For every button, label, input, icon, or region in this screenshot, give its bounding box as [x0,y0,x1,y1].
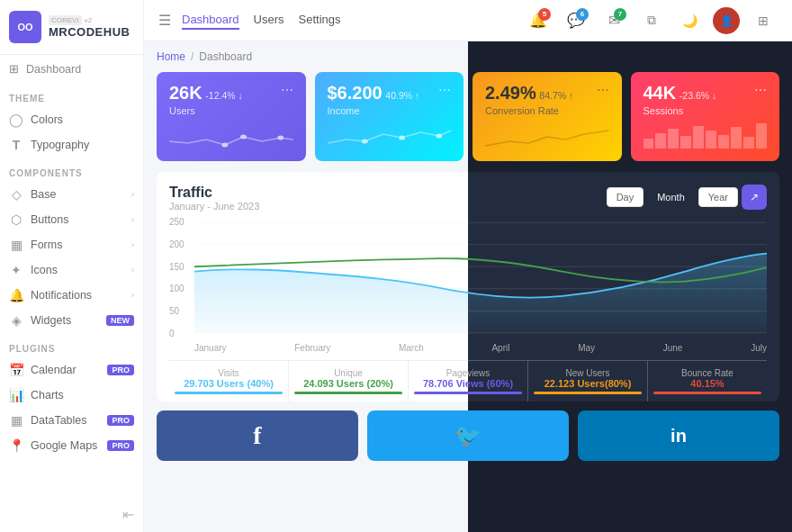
sidebar-calendar-label: Calendar [31,364,76,376]
stat-visits: Visits 29.703 Users (40%) [169,361,289,401]
sidebar-item-forms[interactable]: ▦ Forms › [0,232,143,257]
user-avatar[interactable]: 👤 [713,7,740,34]
x-label-jun: June [663,343,683,353]
chart-area-wrapper: 250 200 150 100 50 0 [169,217,767,356]
sidebar-item-typography[interactable]: T Typography [0,132,143,158]
sidebar-dashboard-label: Dashboard [26,63,81,76]
stat-bounce-value: 40.15% [653,378,761,389]
hamburger-button[interactable]: ☰ [158,12,171,29]
sidebar-item-base[interactable]: ◇ Base › [0,182,143,207]
y-label-250: 250 [169,217,194,227]
nav-link-settings[interactable]: Settings [299,11,341,30]
icons-icon: ✦ [9,263,23,277]
twitter-icon: 🐦 [454,423,482,448]
sidebar-item-calendar[interactable]: 📅 Calendar PRO [0,357,143,383]
mail-button[interactable]: ✉ 7 [599,6,628,35]
chevron-icon5: › [131,291,134,300]
users-menu[interactable]: ⋯ [281,83,293,97]
svg-point-3 [361,140,367,144]
sidebar-item-charts[interactable]: 📊 Charts [0,383,143,408]
logo-icon: OO [9,11,41,43]
linkedin-card[interactable]: in [578,410,779,461]
income-change: 40.9% ↑ [385,90,419,101]
chart-svg-wrapper: January February March April May June Ju… [194,217,767,356]
corevi-badge: COREVI [49,15,82,25]
dashboard-icon: ⊞ [9,62,19,76]
plugins-section-label: PLUGINS [0,333,143,357]
nav-icons: 🔔 5 💬 6 ✉ 7 ⧉ 🌙 [524,6,778,35]
sidebar-datatables-label: DataTables [31,414,87,427]
y-label-100: 100 [169,284,194,293]
stat-visits-label: Visits [175,368,283,378]
conversion-change: 84.7% ↑ [539,90,573,101]
income-menu[interactable]: ⋯ [438,83,451,97]
sidebar-item-buttons[interactable]: ⬡ Buttons › [0,207,143,232]
chat-badge: 6 [576,8,589,21]
breadcrumb-current: Dashboard [199,50,252,63]
sidebar-item-notifications[interactable]: 🔔 Notifications › [0,283,143,308]
stat-pageviews: Pageviews 78.706 Views (60%) [409,361,528,401]
conversion-label: Conversion Rate [485,105,609,116]
facebook-card[interactable]: f [157,410,358,461]
traffic-chart-svg [194,217,767,338]
svg-point-1 [240,135,247,140]
conversion-value: 2.49% [485,83,536,103]
sidebar-colors-label: Colors [31,113,63,126]
stat-cards: 26K -12.4% ↓ ⋯ Users [157,72,779,161]
visits-bar [175,392,283,394]
sidebar-item-icons[interactable]: ✦ Icons › [0,257,143,283]
users-change: -12.4% ↓ [205,90,242,101]
moon-icon: 🌙 [682,14,698,28]
sidebar-item-dashboard[interactable]: ⊞ Dashboard [0,55,143,83]
sidebar-buttons-label: Buttons [31,213,68,226]
y-label-50: 50 [169,306,194,316]
nav-link-users[interactable]: Users [254,11,284,30]
traffic-action-button[interactable]: ↗ [742,185,767,210]
datatables-pro-badge: PRO [107,415,134,426]
twitter-card[interactable]: 🐦 [367,410,569,461]
sidebar-item-widgets[interactable]: ◈ Widgets NEW [0,308,143,333]
chat-button[interactable]: 💬 6 [562,6,590,35]
year-button[interactable]: Year [698,187,738,207]
sidebar: OO COREVI v2 MRCODEHUB ⊞ Dashboard THEME… [0,0,144,532]
sessions-menu[interactable]: ⋯ [754,83,767,97]
brand-name: MRCODEHUB [49,25,130,39]
sidebar-item-datatables[interactable]: ▦ DataTables PRO [0,408,143,433]
sidebar-charts-label: Charts [31,389,64,401]
sidebar-typography-label: Typography [31,139,89,151]
grid-button[interactable]: ⊞ [749,6,778,35]
social-cards: f 🐦 in [157,410,779,461]
forms-icon: ▦ [9,238,23,252]
traffic-header: Traffic January - June 2023 Day Month Ye… [169,185,767,212]
stat-newusers: New Users 22.123 Users(80%) [528,361,648,401]
conversion-menu[interactable]: ⋯ [597,83,609,97]
stat-pageviews-label: Pageviews [414,368,522,378]
sidebar-collapse-btn[interactable]: ⇤ [0,497,143,532]
traffic-title-area: Traffic January - June 2023 [169,185,259,212]
stat-card-income: $6.200 40.9% ↑ ⋯ Income [315,72,464,161]
breadcrumb-home[interactable]: Home [157,50,185,63]
bounce-bar [653,392,761,394]
sidebar-item-colors[interactable]: ◯ Colors [0,107,143,132]
chevron-icon4: › [131,266,134,275]
widgets-new-badge: NEW [106,315,134,326]
sidebar-icons-label: Icons [31,264,58,276]
x-axis-labels: January February March April May June Ju… [194,343,767,353]
stat-bounce: Bounce Rate 40.15% [648,361,767,401]
arrow-icon: ↗ [750,191,759,203]
income-value: $6.200 [328,83,382,103]
calendar-pro-badge: PRO [107,365,134,375]
nav-link-dashboard[interactable]: Dashboard [182,11,239,30]
y-label-0: 0 [169,329,194,338]
day-button[interactable]: Day [607,187,644,207]
sidebar-item-googlemaps[interactable]: 📍 Google Maps PRO [0,433,143,458]
month-button[interactable]: Month [647,187,695,207]
copy-button[interactable]: ⧉ [637,6,666,35]
y-label-150: 150 [169,262,194,272]
sidebar-widgets-label: Widgets [31,314,71,327]
bell-button[interactable]: 🔔 5 [524,6,553,35]
bell-badge: 5 [538,8,551,21]
version-badge: v2 [85,16,92,24]
stat-visits-value: 29.703 Users (40%) [175,378,283,389]
theme-toggle-button[interactable]: 🌙 [675,6,704,35]
